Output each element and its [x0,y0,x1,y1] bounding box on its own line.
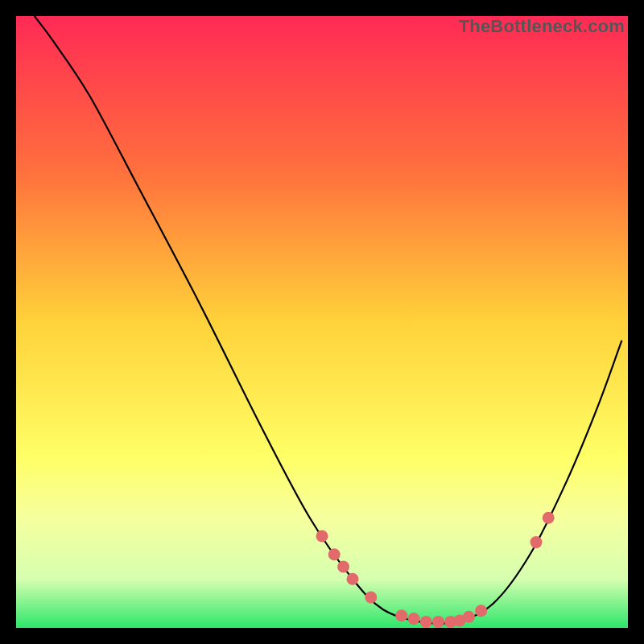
data-marker [408,613,420,625]
watermark-text: TheBottleneck.com [459,16,625,37]
data-marker [432,616,444,628]
data-marker [328,548,341,560]
data-marker [475,605,487,617]
data-marker [337,561,349,573]
bottleneck-chart [16,16,628,628]
data-marker [530,536,543,548]
data-marker [543,512,555,524]
data-marker [420,616,432,628]
data-marker [365,592,377,604]
data-marker [316,530,328,543]
chart-frame: TheBottleneck.com [16,16,628,628]
data-marker [347,573,359,585]
data-marker [395,609,407,621]
data-marker [463,611,475,623]
